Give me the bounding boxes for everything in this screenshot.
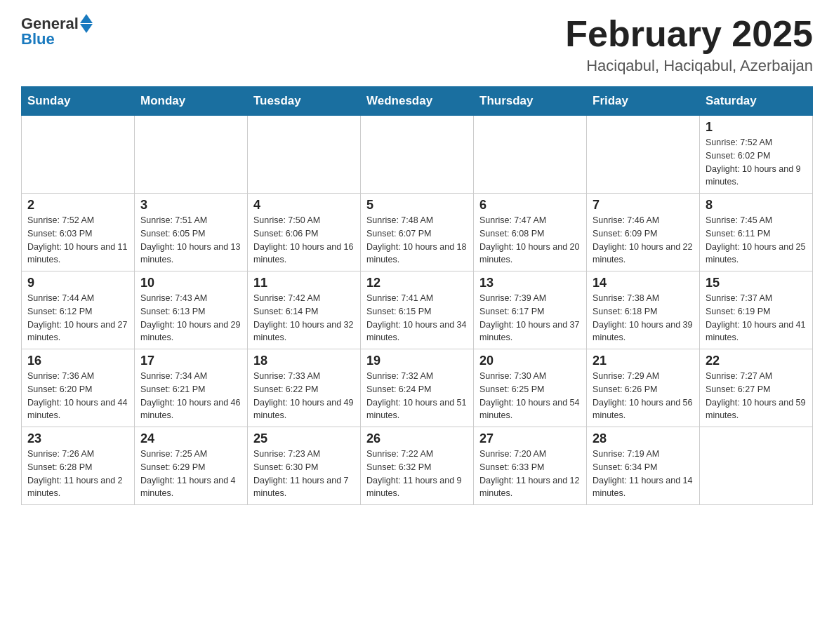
logo: General Blue: [21, 14, 93, 48]
calendar-week-row: 23Sunrise: 7:26 AM Sunset: 6:28 PM Dayli…: [22, 427, 813, 505]
calendar-day-cell: [587, 116, 700, 194]
calendar-day-cell: 23Sunrise: 7:26 AM Sunset: 6:28 PM Dayli…: [22, 427, 135, 505]
day-info: Sunrise: 7:52 AM Sunset: 6:02 PM Dayligh…: [706, 136, 807, 189]
day-info: Sunrise: 7:22 AM Sunset: 6:32 PM Dayligh…: [366, 448, 468, 500]
day-number: 11: [253, 276, 355, 290]
day-number: 20: [479, 354, 581, 368]
day-info: Sunrise: 7:41 AM Sunset: 6:15 PM Dayligh…: [366, 292, 468, 344]
calendar-day-cell: 5Sunrise: 7:48 AM Sunset: 6:07 PM Daylig…: [361, 194, 474, 271]
day-number: 25: [253, 431, 355, 446]
day-of-week-header: Thursday: [474, 87, 587, 116]
day-info: Sunrise: 7:45 AM Sunset: 6:11 PM Dayligh…: [706, 214, 807, 267]
title-area: February 2025 Haciqabul, Haciqabul, Azer…: [565, 14, 813, 75]
calendar-day-cell: 7Sunrise: 7:46 AM Sunset: 6:09 PM Daylig…: [587, 194, 700, 271]
calendar-week-row: 2Sunrise: 7:52 AM Sunset: 6:03 PM Daylig…: [22, 194, 813, 271]
day-number: 5: [366, 198, 468, 213]
day-info: Sunrise: 7:44 AM Sunset: 6:12 PM Dayligh…: [27, 292, 128, 344]
calendar-header-row: SundayMondayTuesdayWednesdayThursdayFrid…: [22, 87, 813, 116]
day-of-week-header: Wednesday: [361, 87, 474, 116]
calendar-day-cell: 15Sunrise: 7:37 AM Sunset: 6:19 PM Dayli…: [700, 271, 813, 349]
day-number: 16: [27, 354, 128, 368]
day-info: Sunrise: 7:39 AM Sunset: 6:17 PM Dayligh…: [479, 292, 581, 344]
day-info: Sunrise: 7:20 AM Sunset: 6:33 PM Dayligh…: [479, 448, 581, 500]
calendar-day-cell: 26Sunrise: 7:22 AM Sunset: 6:32 PM Dayli…: [361, 427, 474, 505]
day-number: 21: [593, 354, 694, 368]
day-info: Sunrise: 7:36 AM Sunset: 6:20 PM Dayligh…: [27, 370, 128, 422]
calendar-day-cell: [22, 116, 135, 194]
day-number: 12: [366, 276, 468, 290]
day-info: Sunrise: 7:29 AM Sunset: 6:26 PM Dayligh…: [593, 370, 694, 422]
day-of-week-header: Saturday: [700, 87, 813, 116]
calendar-day-cell: 14Sunrise: 7:38 AM Sunset: 6:18 PM Dayli…: [587, 271, 700, 349]
calendar-day-cell: [248, 116, 361, 194]
calendar-day-cell: 9Sunrise: 7:44 AM Sunset: 6:12 PM Daylig…: [22, 271, 135, 349]
calendar-day-cell: 28Sunrise: 7:19 AM Sunset: 6:34 PM Dayli…: [587, 427, 700, 505]
calendar-day-cell: 6Sunrise: 7:47 AM Sunset: 6:08 PM Daylig…: [474, 194, 587, 271]
calendar-day-cell: 8Sunrise: 7:45 AM Sunset: 6:11 PM Daylig…: [700, 194, 813, 271]
day-number: 6: [479, 198, 581, 213]
day-number: 19: [366, 354, 468, 368]
day-number: 15: [706, 276, 807, 290]
day-of-week-header: Tuesday: [248, 87, 361, 116]
calendar-day-cell: 13Sunrise: 7:39 AM Sunset: 6:17 PM Dayli…: [474, 271, 587, 349]
header: General Blue February 2025 Haciqabul, Ha…: [21, 14, 813, 75]
calendar-day-cell: 20Sunrise: 7:30 AM Sunset: 6:25 PM Dayli…: [474, 349, 587, 427]
day-info: Sunrise: 7:38 AM Sunset: 6:18 PM Dayligh…: [593, 292, 694, 344]
day-info: Sunrise: 7:33 AM Sunset: 6:22 PM Dayligh…: [253, 370, 355, 422]
calendar-day-cell: [135, 116, 248, 194]
day-of-week-header: Monday: [135, 87, 248, 116]
day-number: 26: [366, 431, 468, 446]
day-number: 10: [140, 276, 241, 290]
calendar-day-cell: 12Sunrise: 7:41 AM Sunset: 6:15 PM Dayli…: [361, 271, 474, 349]
day-info: Sunrise: 7:30 AM Sunset: 6:25 PM Dayligh…: [479, 370, 581, 422]
calendar-day-cell: 3Sunrise: 7:51 AM Sunset: 6:05 PM Daylig…: [135, 194, 248, 271]
calendar-week-row: 16Sunrise: 7:36 AM Sunset: 6:20 PM Dayli…: [22, 349, 813, 427]
day-info: Sunrise: 7:48 AM Sunset: 6:07 PM Dayligh…: [366, 214, 468, 267]
logo-blue-text: Blue: [21, 30, 55, 48]
day-info: Sunrise: 7:43 AM Sunset: 6:13 PM Dayligh…: [140, 292, 241, 344]
day-info: Sunrise: 7:27 AM Sunset: 6:27 PM Dayligh…: [706, 370, 807, 422]
day-of-week-header: Sunday: [22, 87, 135, 116]
calendar-week-row: 9Sunrise: 7:44 AM Sunset: 6:12 PM Daylig…: [22, 271, 813, 349]
day-number: 13: [479, 276, 581, 290]
day-number: 27: [479, 431, 581, 446]
calendar-day-cell: 22Sunrise: 7:27 AM Sunset: 6:27 PM Dayli…: [700, 349, 813, 427]
calendar-day-cell: 17Sunrise: 7:34 AM Sunset: 6:21 PM Dayli…: [135, 349, 248, 427]
day-number: 18: [253, 354, 355, 368]
day-info: Sunrise: 7:23 AM Sunset: 6:30 PM Dayligh…: [253, 448, 355, 500]
day-number: 22: [706, 354, 807, 368]
calendar-day-cell: 19Sunrise: 7:32 AM Sunset: 6:24 PM Dayli…: [361, 349, 474, 427]
calendar-table: SundayMondayTuesdayWednesdayThursdayFrid…: [21, 86, 813, 505]
calendar-day-cell: 11Sunrise: 7:42 AM Sunset: 6:14 PM Dayli…: [248, 271, 361, 349]
day-info: Sunrise: 7:32 AM Sunset: 6:24 PM Dayligh…: [366, 370, 468, 422]
day-info: Sunrise: 7:19 AM Sunset: 6:34 PM Dayligh…: [593, 448, 694, 500]
day-info: Sunrise: 7:50 AM Sunset: 6:06 PM Dayligh…: [253, 214, 355, 267]
day-info: Sunrise: 7:26 AM Sunset: 6:28 PM Dayligh…: [27, 448, 128, 500]
day-number: 3: [140, 198, 241, 213]
day-number: 24: [140, 431, 241, 446]
month-title: February 2025: [565, 14, 813, 54]
day-of-week-header: Friday: [587, 87, 700, 116]
day-info: Sunrise: 7:51 AM Sunset: 6:05 PM Dayligh…: [140, 214, 241, 267]
day-number: 1: [706, 120, 807, 135]
day-number: 14: [593, 276, 694, 290]
calendar-week-row: 1Sunrise: 7:52 AM Sunset: 6:02 PM Daylig…: [22, 116, 813, 194]
day-info: Sunrise: 7:52 AM Sunset: 6:03 PM Dayligh…: [27, 214, 128, 267]
day-info: Sunrise: 7:46 AM Sunset: 6:09 PM Dayligh…: [593, 214, 694, 267]
day-info: Sunrise: 7:37 AM Sunset: 6:19 PM Dayligh…: [706, 292, 807, 344]
day-number: 17: [140, 354, 241, 368]
location-title: Haciqabul, Haciqabul, Azerbaijan: [565, 57, 813, 75]
calendar-day-cell: [361, 116, 474, 194]
day-number: 7: [593, 198, 694, 213]
calendar-day-cell: 27Sunrise: 7:20 AM Sunset: 6:33 PM Dayli…: [474, 427, 587, 505]
day-number: 23: [27, 431, 128, 446]
day-number: 2: [27, 198, 128, 213]
calendar-day-cell: 2Sunrise: 7:52 AM Sunset: 6:03 PM Daylig…: [22, 194, 135, 271]
day-info: Sunrise: 7:47 AM Sunset: 6:08 PM Dayligh…: [479, 214, 581, 267]
calendar-day-cell: 18Sunrise: 7:33 AM Sunset: 6:22 PM Dayli…: [248, 349, 361, 427]
calendar-day-cell: 16Sunrise: 7:36 AM Sunset: 6:20 PM Dayli…: [22, 349, 135, 427]
calendar-day-cell: 25Sunrise: 7:23 AM Sunset: 6:30 PM Dayli…: [248, 427, 361, 505]
day-info: Sunrise: 7:42 AM Sunset: 6:14 PM Dayligh…: [253, 292, 355, 344]
calendar-day-cell: [700, 427, 813, 505]
day-number: 28: [593, 431, 694, 446]
